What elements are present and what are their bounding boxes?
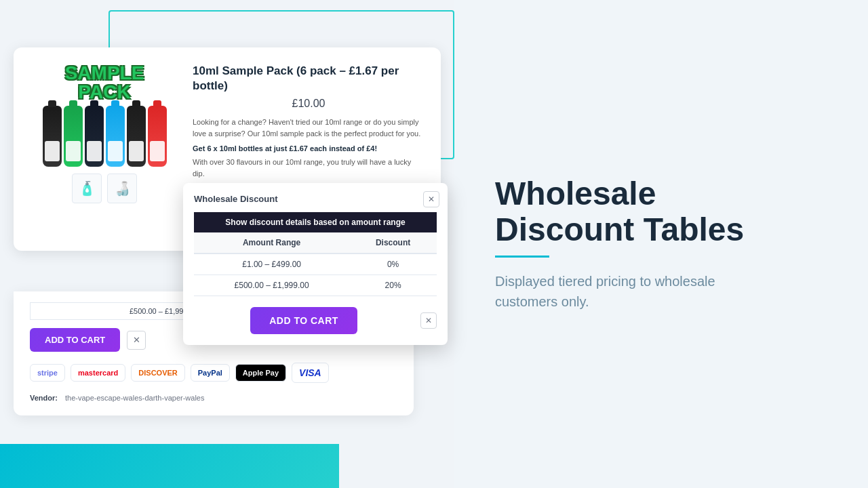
col-amount-range: Amount Range bbox=[194, 232, 349, 253]
payment-stripe: stripe bbox=[30, 364, 65, 382]
bottle-5 bbox=[127, 106, 146, 167]
thumbnail-1[interactable]: 🧴 bbox=[72, 174, 102, 203]
wholesale-popup: Wholesale Discount ✕ Show discount detai… bbox=[183, 183, 448, 345]
payment-icons: stripe mastercard DISCOVER PayPal Apple … bbox=[30, 363, 397, 383]
add-to-cart-button[interactable]: ADD TO CART bbox=[30, 328, 120, 352]
close-button-small[interactable]: ✕ bbox=[127, 331, 146, 350]
payment-visa: VISA bbox=[292, 363, 329, 383]
table-header: Show discount details based on amount ra… bbox=[194, 212, 437, 232]
title-line1: Wholesale bbox=[495, 176, 656, 211]
payment-paypal: PayPal bbox=[191, 364, 230, 382]
wholesale-heading: Wholesale Discount Tables bbox=[495, 176, 766, 248]
discount-table: Show discount details based on amount ra… bbox=[194, 212, 437, 296]
product-price: £10.00 bbox=[193, 98, 425, 110]
title-underline bbox=[495, 256, 549, 258]
bottle-1 bbox=[43, 106, 62, 167]
product-highlight: Get 6 x 10ml bottles at just £1.67 each … bbox=[193, 144, 425, 152]
discount-2: 20% bbox=[349, 275, 437, 296]
amount-range-2: £500.00 – £1,999.00 bbox=[194, 275, 349, 296]
popup-close-button[interactable]: ✕ bbox=[423, 191, 439, 207]
bottles-row bbox=[30, 106, 179, 167]
product-title: 10ml Sample Pack (6 pack – £1.67 per bot… bbox=[193, 64, 425, 94]
right-panel: Wholesale Discount Tables Displayed tier… bbox=[454, 0, 868, 488]
payment-applepay: Apple Pay bbox=[235, 364, 286, 382]
col-discount: Discount bbox=[349, 232, 437, 253]
wholesale-subtitle: Displayed tiered pricing to wholesale cu… bbox=[495, 271, 766, 312]
product-image-area: SAMPLE PACK 🧴 🍶 bbox=[30, 64, 179, 224]
right-panel-content: Wholesale Discount Tables Displayed tier… bbox=[495, 176, 766, 312]
bottle-3 bbox=[85, 106, 104, 167]
bottom-teal-bar bbox=[0, 444, 339, 488]
vendor-label: Vendor: bbox=[30, 394, 58, 402]
logo-line2: PACK bbox=[30, 83, 179, 102]
popup-title: Wholesale Discount bbox=[194, 194, 437, 204]
bottle-4 bbox=[106, 106, 125, 167]
popup-add-to-cart-button[interactable]: ADD TO CART bbox=[250, 307, 357, 334]
table-row: £500.00 – £1,999.00 20% bbox=[194, 275, 437, 296]
vendor-value: the-vape-escape-wales-darth-vaper-wales bbox=[65, 394, 204, 402]
bottle-2 bbox=[64, 106, 83, 167]
thumbnail-2[interactable]: 🍶 bbox=[107, 174, 137, 203]
logo-line1: SAMPLE bbox=[30, 64, 179, 83]
product-extra-desc: With over 30 flavours in our 10ml range,… bbox=[193, 157, 425, 179]
amount-range-1: £1.00 – £499.00 bbox=[194, 253, 349, 275]
popup-close-x-button[interactable]: ✕ bbox=[420, 312, 437, 329]
discount-1: 0% bbox=[349, 253, 437, 275]
vendor-row: Vendor: the-vape-escape-wales-darth-vape… bbox=[30, 394, 397, 402]
product-description: Looking for a change? Haven't tried our … bbox=[193, 117, 425, 139]
title-line2: Discount Tables bbox=[495, 211, 744, 247]
sample-pack-logo: SAMPLE PACK bbox=[30, 64, 179, 102]
table-row: £1.00 – £499.00 0% bbox=[194, 253, 437, 275]
payment-discover: DISCOVER bbox=[131, 364, 184, 382]
thumbnails: 🧴 🍶 bbox=[30, 174, 179, 203]
payment-mastercard: mastercard bbox=[71, 364, 125, 382]
bottle-6 bbox=[148, 106, 167, 167]
